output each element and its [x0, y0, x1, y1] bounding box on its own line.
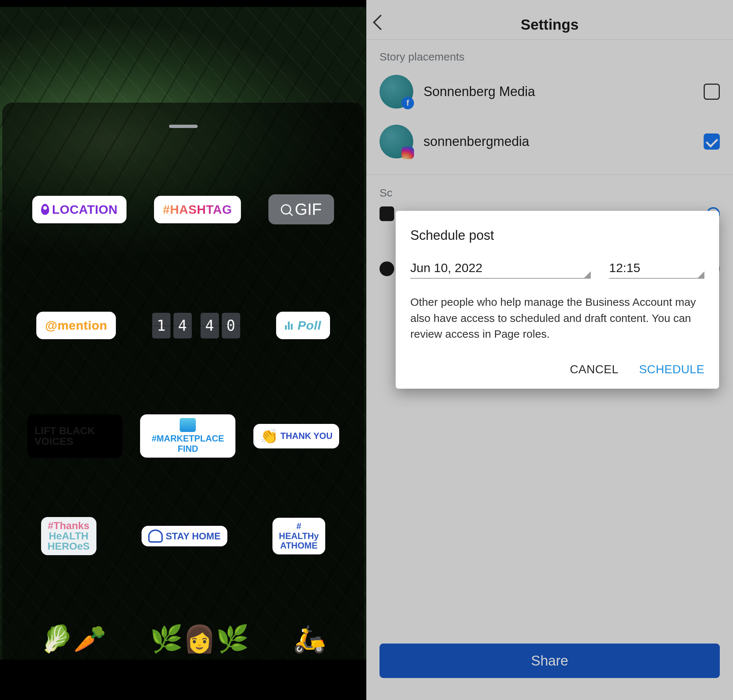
schedule-post-dialog: Schedule post Jun 10, 2022 12:15 Other p…: [396, 211, 719, 389]
clock-digit: 4: [200, 313, 219, 338]
sticker-row: #Thanks HeALTH HEROeS STAY HOME # HEALTH…: [2, 517, 364, 555]
cancel-label: CANCEL: [570, 363, 618, 376]
marketplace-sticker[interactable]: #MARKETPLACE FIND: [140, 414, 236, 457]
time-sticker[interactable]: 1 4 4 0: [152, 313, 240, 338]
person-plants-sticker[interactable]: 🌿👩🌿: [150, 624, 249, 654]
clock-digit: 1: [152, 313, 171, 338]
dropdown-icon: [584, 271, 591, 278]
dialog-actions: CANCEL SCHEDULE: [410, 363, 704, 376]
hah-line2: HEALTHy: [279, 531, 319, 541]
location-sticker[interactable]: LOCATION: [32, 196, 127, 223]
dialog-title: Schedule post: [410, 228, 704, 243]
time-value: 12:15: [609, 261, 640, 275]
pin-icon: [41, 204, 49, 215]
clap-icon: 👏: [260, 428, 278, 445]
lbv-label: LIFT BLACK VOICES: [34, 425, 95, 447]
cancel-button[interactable]: CANCEL: [570, 363, 618, 376]
stay-home-sticker[interactable]: STAY HOME: [141, 526, 227, 546]
dialog-note: Other people who help manage the Busines…: [410, 294, 704, 342]
thanks-health-heroes-sticker[interactable]: #Thanks HeALTH HEROeS: [41, 517, 96, 555]
gif-sticker[interactable]: GIF: [268, 194, 334, 224]
top-letterbox: [0, 0, 366, 7]
sticker-tray-background: [2, 103, 364, 700]
drag-handle[interactable]: [169, 125, 198, 128]
date-value: Jun 10, 2022: [410, 261, 483, 275]
dropdown-icon: [698, 271, 704, 278]
support-small-business-sticker[interactable]: 🥬🥕: [40, 624, 106, 654]
mention-sticker[interactable]: @mention: [36, 312, 116, 339]
storefront-icon: [180, 418, 196, 432]
poll-sticker[interactable]: Poll: [276, 312, 330, 339]
marketplace-label: #MARKETPLACE FIND: [152, 434, 224, 454]
schedule-button[interactable]: SCHEDULE: [639, 363, 704, 376]
hashtag-label: #HASHTAG: [163, 202, 232, 217]
sticker-tray[interactable]: LOCATION #HASHTAG GIF @mention 1 4 4 0: [2, 103, 364, 700]
sticker-row: @mention 1 4 4 0 Poll: [2, 312, 364, 339]
clock-gap: [195, 313, 198, 338]
story-editor: LOCATION #HASHTAG GIF @mention 1 4 4 0: [0, 0, 366, 700]
dialog-fields: Jun 10, 2022 12:15: [410, 259, 704, 279]
sticker-row: 🥬🥕 🌿👩🌿 🛵: [2, 624, 364, 654]
clock-digit: 0: [222, 313, 240, 338]
time-field[interactable]: 12:15: [609, 259, 704, 279]
poll-label: Poll: [298, 318, 321, 332]
thh-line3: HEROeS: [48, 541, 90, 551]
settings-screen: Settings Story placements Sonnenberg Med…: [366, 0, 733, 700]
sticker-row: LOCATION #HASHTAG GIF: [2, 194, 364, 224]
heart-house-icon: [148, 529, 163, 543]
stay-home-label: STAY HOME: [166, 531, 221, 542]
thank-you-sticker[interactable]: 👏 THANK YOU: [253, 424, 339, 449]
clock-digit: 4: [174, 313, 192, 338]
date-field[interactable]: Jun 10, 2022: [410, 259, 591, 279]
thank-you-label: THANK YOU: [281, 431, 333, 441]
thh-line2: HeALTH: [48, 531, 90, 541]
bottom-letterbox: [0, 660, 366, 700]
thh-line1: #Thanks: [48, 521, 90, 531]
delivery-sticker[interactable]: 🛵: [293, 624, 326, 654]
location-label: LOCATION: [52, 202, 118, 217]
sticker-row: LIFT BLACK VOICES #MARKETPLACE FIND 👏 TH…: [2, 414, 364, 458]
hah-line1: #: [279, 521, 319, 531]
hashtag-sticker[interactable]: #HASHTAG: [154, 196, 241, 223]
lift-black-voices-sticker[interactable]: LIFT BLACK VOICES: [27, 414, 122, 458]
schedule-label: SCHEDULE: [639, 363, 704, 376]
gif-label: GIF: [295, 200, 322, 219]
hah-line3: ATHOME: [279, 541, 319, 550]
healthy-at-home-sticker[interactable]: # HEALTHy ATHOME: [272, 518, 325, 554]
search-icon: [281, 204, 291, 215]
mention-label: @mention: [45, 318, 107, 332]
bars-icon: [285, 322, 293, 329]
